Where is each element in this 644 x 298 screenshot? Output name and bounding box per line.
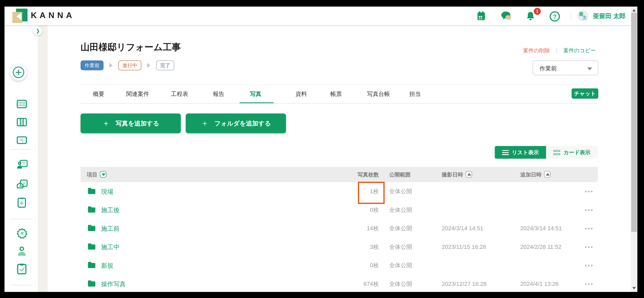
sort-asc-icon: [546, 173, 550, 176]
help-icon[interactable]: ?: [550, 11, 559, 21]
delete-case-link[interactable]: 案件の削除: [523, 47, 550, 54]
scroll-up-arrow-icon[interactable]: [632, 9, 636, 12]
add-folder-button[interactable]: ＋ フォルダを追加する: [186, 114, 286, 133]
column-header-visibility: 公開範囲: [389, 167, 410, 182]
tab-photos[interactable]: 写真: [250, 91, 261, 98]
sidebar-item-profile[interactable]: [16, 246, 27, 256]
photo-count: 3枚: [370, 238, 379, 256]
table-row: 現場 1枚 全体公開: [80, 182, 598, 201]
status-steps: 作業前 進行中 完了: [80, 61, 174, 70]
visibility: 全体公開: [389, 182, 412, 201]
customer-card-icon: [16, 160, 28, 170]
list-view-button[interactable]: リスト表示: [495, 146, 546, 159]
sidebar-divider: [10, 219, 33, 219]
row-menu-button[interactable]: [584, 256, 593, 275]
sidebar-item-tasks[interactable]: [16, 263, 27, 274]
folder-icon: [88, 280, 96, 287]
sidebar-expand-button[interactable]: ❯: [33, 26, 42, 35]
columns-icon: [16, 117, 27, 127]
folder-name-link[interactable]: 施工後: [101, 201, 120, 219]
sidebar-item-customers[interactable]: [16, 160, 27, 170]
download-icon: [16, 197, 27, 208]
sort-button-taken-at[interactable]: [466, 171, 472, 178]
taken-at: 2024/3/14 14:51: [442, 219, 484, 238]
row-menu-button[interactable]: [584, 219, 593, 238]
chevron-down-icon: [587, 67, 592, 70]
row-menu-button[interactable]: [584, 275, 593, 292]
sort-asc-icon: [467, 173, 472, 176]
table-row: 施工中 3枚 全体公開 2023/11/15 16:28 2024/2/28 1…: [80, 238, 598, 256]
tab-related-cases[interactable]: 関連案件: [126, 91, 149, 98]
folder-name-link[interactable]: 施工中: [101, 238, 120, 256]
card-view-icon: [554, 150, 560, 155]
screen: KANNA: [0, 0, 644, 298]
sort-button-item[interactable]: [100, 171, 106, 178]
kanna-logo-icon[interactable]: [12, 9, 28, 23]
sidebar-item-app-download[interactable]: [16, 197, 27, 208]
row-menu-button[interactable]: [584, 182, 593, 201]
folder-name-link[interactable]: 現場: [101, 182, 114, 201]
visibility: 全体公開: [389, 256, 412, 275]
highlight-box: [358, 182, 385, 204]
note-icon: [16, 135, 27, 146]
column-header-added-at: 追加日時: [520, 167, 542, 182]
sidebar-item-settings[interactable]: [16, 227, 27, 238]
tabbar-bottom-border: [80, 103, 598, 104]
scrollbar-thumb[interactable]: [631, 13, 637, 232]
svg-text:?: ?: [553, 13, 556, 20]
tab-schedule[interactable]: 工程表: [171, 91, 188, 98]
sort-desc-icon: [102, 173, 106, 176]
tab-overview[interactable]: 概要: [93, 91, 104, 98]
status-step-before-work[interactable]: 作業前: [80, 61, 104, 70]
user-name[interactable]: 亜留田 太郎: [593, 12, 626, 20]
folder-name-link[interactable]: 操作写真: [101, 275, 126, 292]
add-photo-button[interactable]: ＋ 写真を追加する: [80, 114, 181, 133]
folder-icon: [88, 206, 96, 213]
tab-forms[interactable]: 帳票: [330, 91, 342, 98]
sidebar-item-case-list[interactable]: [16, 99, 27, 109]
tab-assignees[interactable]: 担当: [409, 91, 421, 98]
plus-icon: ＋: [102, 118, 110, 129]
sidebar: [4, 25, 38, 292]
page-title: 山田様邸リフォーム工事: [80, 41, 181, 54]
row-menu-button[interactable]: [584, 201, 593, 219]
sort-button-added-at[interactable]: [544, 171, 551, 178]
chevron-right-icon: ❯: [36, 28, 40, 34]
tab-reports[interactable]: 報告: [213, 91, 224, 98]
sidebar-item-partner-companies[interactable]: [16, 179, 27, 190]
sidebar-item-report[interactable]: [16, 135, 27, 146]
list-icon: [16, 99, 27, 109]
folder-name-link[interactable]: 施工前: [101, 219, 120, 238]
photo-count: 674枚: [364, 275, 379, 292]
header-divider: [571, 10, 571, 22]
copy-case-link[interactable]: 案件のコピー: [564, 47, 596, 54]
table-row: 新規 0枚 全体公開: [80, 256, 598, 275]
avatar[interactable]: 亜 太: [578, 10, 588, 22]
kanna-logo-text[interactable]: KANNA: [31, 11, 75, 20]
tabbar-top-border: [80, 84, 598, 85]
folder-icon: [88, 261, 96, 268]
notification-badge: 1: [534, 8, 541, 15]
status-dropdown[interactable]: 作業前: [532, 61, 598, 75]
chat-icon[interactable]: [501, 11, 511, 21]
plus-icon: ＋: [201, 118, 209, 129]
app-window: KANNA: [4, 7, 638, 292]
card-view-button[interactable]: カード表示: [546, 146, 598, 159]
folder-name-link[interactable]: 新規: [101, 256, 114, 275]
tab-documents[interactable]: 資料: [296, 91, 307, 98]
photo-count: 0枚: [370, 256, 379, 275]
folder-icon: [88, 187, 96, 195]
app-header: KANNA: [4, 7, 631, 25]
chat-button[interactable]: チャット: [572, 89, 598, 99]
status-step-done[interactable]: 完了: [156, 61, 174, 70]
arrow-right-icon: [147, 63, 150, 68]
vertical-scrollbar[interactable]: [631, 7, 638, 292]
sidebar-item-board-view[interactable]: [16, 117, 27, 127]
tab-photo-ledger[interactable]: 写真台帳: [367, 91, 390, 98]
calendar-icon[interactable]: [476, 11, 486, 21]
folder-icon: [88, 224, 96, 231]
add-case-button[interactable]: [10, 64, 27, 81]
row-menu-button[interactable]: [584, 238, 593, 256]
status-step-in-progress[interactable]: 進行中: [118, 61, 141, 70]
scroll-down-arrow-icon[interactable]: [632, 287, 636, 289]
